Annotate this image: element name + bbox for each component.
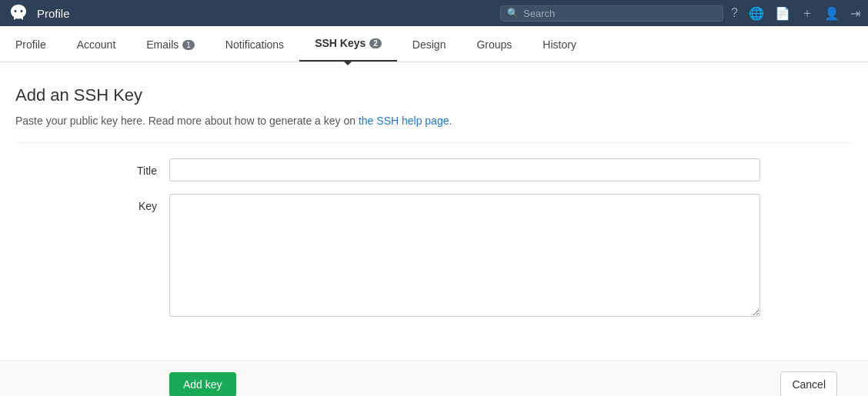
tab-account[interactable]: Account (62, 28, 132, 62)
key-label: Key (108, 194, 169, 212)
help-icon[interactable]: ? (731, 6, 738, 20)
plus-icon[interactable]: ＋ (801, 5, 813, 22)
navbar-title: Profile (37, 7, 70, 20)
add-key-button[interactable]: Add key (169, 372, 236, 396)
footer-left: Add key (169, 372, 236, 396)
ssh-keys-badge: 2 (369, 38, 382, 48)
tab-groups[interactable]: Groups (461, 28, 527, 62)
tab-profile[interactable]: Profile (0, 28, 62, 62)
navbar: Profile 🔍 ? 🌐 📄 ＋ 👤 ⇥ (0, 0, 868, 26)
signout-icon[interactable]: ⇥ (850, 6, 860, 21)
main-content: Add an SSH Key Paste your public key her… (0, 62, 868, 344)
tab-history[interactable]: History (527, 28, 592, 62)
description-text-pre: Paste your public key here. Read more ab… (15, 115, 359, 127)
search-input[interactable] (523, 8, 716, 19)
document-icon[interactable]: 📄 (775, 6, 790, 21)
key-textarea[interactable] (169, 194, 760, 317)
globe-icon[interactable]: 🌐 (749, 6, 764, 21)
ssh-help-link[interactable]: the SSH help page (359, 115, 449, 127)
active-tab-arrow (343, 61, 352, 65)
page-title: Add an SSH Key (15, 85, 853, 105)
description: Paste your public key here. Read more ab… (15, 115, 853, 127)
form-divider (15, 142, 853, 143)
title-input[interactable] (169, 158, 760, 181)
tab-notifications[interactable]: Notifications (210, 28, 299, 62)
search-bar[interactable]: 🔍 (500, 5, 723, 22)
emails-badge: 1 (182, 40, 195, 50)
user-icon[interactable]: 👤 (824, 6, 840, 21)
description-text-post: . (449, 115, 452, 127)
tab-ssh-keys[interactable]: SSH Keys 2 (299, 26, 397, 62)
title-label: Title (108, 158, 169, 177)
tab-design[interactable]: Design (397, 28, 462, 62)
title-form-row: Title (15, 158, 853, 181)
tab-emails[interactable]: Emails 1 (131, 28, 210, 62)
tab-nav: Profile Account Emails 1 Notifications S… (0, 26, 868, 62)
logo[interactable] (8, 2, 29, 24)
navbar-icons: ? 🌐 📄 ＋ 👤 ⇥ (731, 5, 860, 22)
form-footer: Add key Cancel (0, 360, 868, 396)
search-icon: 🔍 (507, 8, 519, 18)
key-form-row: Key (15, 194, 853, 317)
cancel-button[interactable]: Cancel (780, 371, 837, 396)
